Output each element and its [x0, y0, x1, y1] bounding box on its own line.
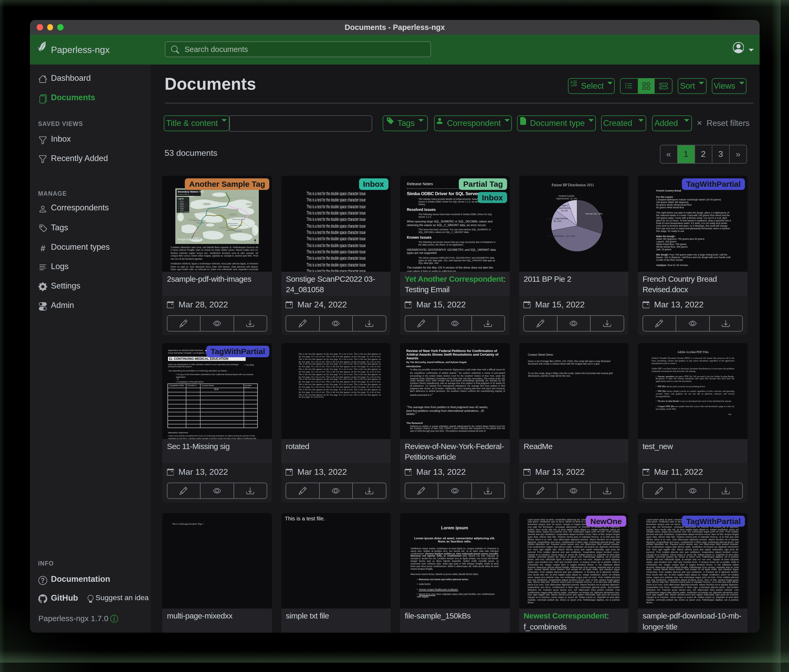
svg-text:Day4: Day4: [180, 205, 184, 207]
svg-text:△: △: [178, 205, 179, 207]
svg-text:△: △: [178, 201, 179, 202]
svg-text:Isolated Systolic: Isolated Systolic: [558, 194, 574, 197]
svg-text:Hypertension,: Hypertension,: [557, 207, 571, 209]
svg-text:Google Earth: Google Earth: [177, 238, 193, 241]
svg-text:Friday Grove island: Friday Grove island: [232, 218, 245, 220]
svg-text:Keep island: Keep island: [234, 230, 242, 232]
svg-text:Day6: Day6: [180, 209, 184, 211]
svg-text:Entry Point34: Entry Point34: [180, 211, 190, 213]
svg-text:Day2: Day2: [180, 202, 184, 204]
svg-text:△: △: [178, 202, 179, 204]
svg-text:Candle island: Candle island: [226, 229, 235, 231]
svg-text:Day1: Day1: [180, 201, 184, 202]
svg-text:▾: ▾: [178, 211, 179, 213]
svg-text:New Found island: New Found island: [194, 220, 206, 221]
svg-text:44, 9%: 44, 9%: [561, 209, 568, 212]
svg-text:Boundary Waters Trip: Boundary Waters Trip: [178, 190, 204, 193]
svg-text:Legend: Legend: [178, 198, 184, 200]
svg-text:N: N: [254, 241, 256, 244]
svg-text:© 2022 Google: © 2022 Google: [177, 242, 185, 243]
svg-text:Patient BP Distribution 2011: Patient BP Distribution 2011: [551, 183, 594, 187]
svg-text:Normal 150, 30%: Normal 150, 30%: [585, 212, 602, 215]
svg-text:Stage 1 Hypertension,: Stage 1 Hypertension,: [546, 217, 568, 220]
svg-text:Half Dog island: Half Dog island: [228, 223, 238, 224]
svg-text:△: △: [178, 207, 179, 209]
svg-text:Gang island: Gang island: [196, 222, 204, 223]
svg-text:△: △: [178, 204, 179, 205]
svg-text:Stage 2: Stage 2: [561, 204, 568, 207]
svg-text:Six days in BWCA: Six days in BWCA: [178, 194, 189, 195]
svg-text:Pre-hypertension , 212, 42%: Pre-hypertension , 212, 42%: [547, 235, 575, 237]
svg-text:Day3: Day3: [180, 204, 184, 205]
svg-text:65, 13%: 65, 13%: [553, 220, 561, 223]
svg-text:Day5: Day5: [180, 207, 184, 209]
svg-text:△: △: [178, 209, 179, 211]
svg-text:Washington island: Washington island: [230, 225, 242, 226]
svg-text:Hypertension, 31, 6%: Hypertension, 31, 6%: [556, 197, 577, 200]
